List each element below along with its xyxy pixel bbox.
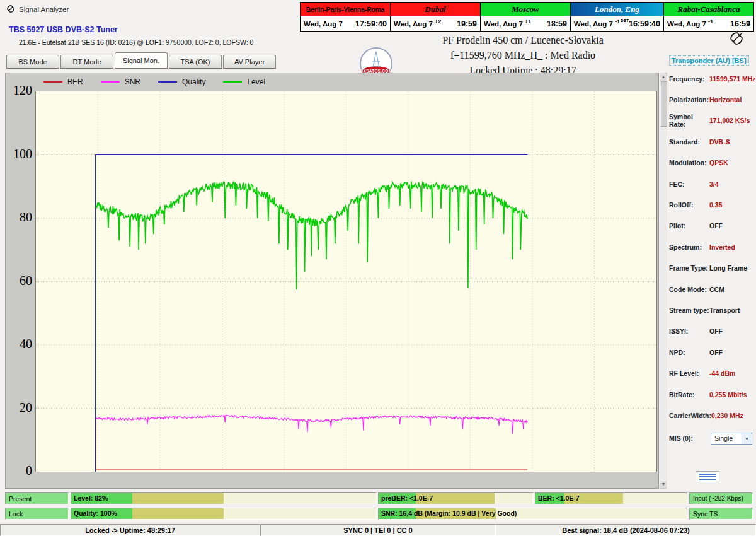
transponder-field-value: Long Frame xyxy=(709,264,747,272)
transponder-field-label: Spectrum: xyxy=(669,243,709,251)
transponder-field-value: DVB-S xyxy=(709,138,730,146)
transponder-field-value: 3/4 xyxy=(709,180,719,188)
tuner-subtitle: 21.6E - Eutelsat 21B SES 16 (ID: 0216) @… xyxy=(19,38,253,46)
legend-label: Level xyxy=(247,78,265,86)
snr-label: SNR: 16,4 dB (Margin: 10,9 dB | Very Goo… xyxy=(381,508,517,519)
legend-item-level: Level xyxy=(223,78,265,86)
input-rate-indicator: Input (~282 Kbps) xyxy=(689,492,753,504)
clock-city-label: Rabat-Casablanca xyxy=(663,2,754,16)
mis-dropdown[interactable]: Single ▼ xyxy=(711,433,752,445)
clock-column: London, EngWed, Aug 7-1DST16:59:40 xyxy=(571,2,664,32)
mis-row: MIS (0): Single ▼ xyxy=(669,433,753,445)
scroll-up-arrow[interactable]: ▲ xyxy=(660,73,667,81)
clock-column: Rabat-CasablancaWed, Aug 7-116:59 xyxy=(664,2,754,32)
scrollbar-thumb[interactable] xyxy=(661,81,667,127)
transponder-field-label: Standard: xyxy=(669,138,709,146)
transponder-row: FEC:3/4 xyxy=(669,173,753,194)
mis-selected-value: Single xyxy=(714,434,733,442)
quality-bar: Quality: 100% xyxy=(71,508,377,520)
chevron-down-icon[interactable]: ▼ xyxy=(742,433,752,444)
transponder-row: RollOff:0.35 xyxy=(669,194,753,215)
y-axis-tick-label: 100 xyxy=(6,147,32,161)
quality-bar-fill-yellow xyxy=(132,508,224,519)
clock-time-value: 16:59:40 xyxy=(629,20,660,28)
transponder-field-value: 171,002 KS/s xyxy=(709,117,750,124)
tab-bs-mode[interactable]: BS Mode xyxy=(6,55,59,69)
clock-datetime: Wed, Aug 7+118:59 xyxy=(480,16,571,32)
present-label: Present xyxy=(9,495,32,503)
clock-time-value: 18:59 xyxy=(547,20,567,28)
transponder-field-label: Pilot: xyxy=(669,222,709,230)
clock-utc-offset: -1 xyxy=(615,18,620,25)
transponder-row: Modulation:QPSK xyxy=(669,153,753,173)
tab-av-player[interactable]: AV Player xyxy=(223,55,276,69)
transponder-field-value: CCM xyxy=(709,286,724,293)
transponder-field-label: Frame Type: xyxy=(669,264,709,272)
satellite-dish-icon xyxy=(6,4,16,16)
mode-tabs: BS ModeDT ModeSignal Mon.TSA (OK)AV Play… xyxy=(6,54,277,69)
sync-ts-label: Sync TS xyxy=(693,510,718,518)
scroll-down-arrow[interactable]: ▼ xyxy=(660,481,667,488)
transponder-field-label: Modulation: xyxy=(669,159,709,166)
transponder-field-value: 0,230 MHz xyxy=(711,412,743,419)
legend-item-ber: BER xyxy=(43,78,83,86)
sync-ts-indicator: Sync TS xyxy=(689,508,753,520)
signal-chart xyxy=(36,91,656,472)
transponder-row: Frame Type:Long Frame xyxy=(669,258,753,279)
transponder-field-value: 11599,571 MHz xyxy=(709,75,756,83)
tab-dt-mode[interactable]: DT Mode xyxy=(60,55,113,69)
table-view-button[interactable] xyxy=(696,471,719,482)
transponder-row: CarrierWidth:0,230 MHz xyxy=(669,405,753,426)
transponder-field-label: FEC: xyxy=(669,180,709,188)
level-bar: Level: 82% xyxy=(71,492,377,504)
legend-item-snr: SNR xyxy=(101,78,140,86)
clock-column: MoscowWed, Aug 7+118:59 xyxy=(481,2,571,32)
transponder-row: ISSYI:OFF xyxy=(669,321,753,342)
quality-label: Quality: 100% xyxy=(74,508,117,519)
statusbar-best-signal: Best signal: 18,4 dB (2024-08-06 07:23) xyxy=(496,524,756,536)
clock-city-label: Dubai xyxy=(390,2,481,16)
clock-date: Wed, Aug 7 xyxy=(394,20,433,28)
transponder-row: Symbol Rate:171,002 KS/s xyxy=(669,110,753,131)
transponder-field-label: NPD: xyxy=(669,349,709,356)
transponder-row: Code Mode:CCM xyxy=(669,279,753,300)
preber-bar: preBER: <1.0E-7 xyxy=(378,492,534,504)
transponder-field-label: RF Level: xyxy=(669,370,709,377)
signal-plot-area xyxy=(35,91,657,472)
chart-vertical-scrollbar[interactable]: ▲ ▼ xyxy=(660,73,667,489)
y-axis-tick-label: 0 xyxy=(6,463,32,478)
clock-time-value: 16:59 xyxy=(730,20,750,28)
y-axis-tick-label: 60 xyxy=(6,274,32,288)
ber-bar: BER: <1.0E-7 xyxy=(535,492,687,504)
transponder-field-label: Code Mode: xyxy=(669,286,709,293)
clock-datetime: Wed, Aug 717:59:40 xyxy=(300,16,391,32)
transponder-field-label: CarrierWidth: xyxy=(669,412,711,419)
clock-date: Wed, Aug 7 xyxy=(304,20,343,28)
legend-label: BER xyxy=(67,78,83,86)
clock-column: DubaiWed, Aug 7+219:59 xyxy=(391,2,481,32)
tab-signal-mon[interactable]: Signal Mon. xyxy=(115,52,168,69)
transponder-row: Frequency:11599,571 MHz xyxy=(669,68,753,89)
clock-datetime: Wed, Aug 7-1DST16:59:40 xyxy=(570,16,664,32)
transponder-field-label: Polarization: xyxy=(669,96,709,103)
ber-line-swatch xyxy=(43,81,62,83)
transponder-field-label: Frequency: xyxy=(669,75,709,83)
clock-date: Wed, Aug 7 xyxy=(667,20,706,28)
transponder-field-label: RollOff: xyxy=(669,201,709,209)
legend-label: Quality xyxy=(182,78,205,86)
y-axis-tick-label: 40 xyxy=(6,337,32,351)
transponder-row: Stream type:Transport xyxy=(669,300,753,320)
tab-tsa-ok[interactable]: TSA (OK) xyxy=(169,55,222,69)
clock-datetime: Wed, Aug 7-116:59 xyxy=(663,16,754,32)
clock-time-value: 17:59:40 xyxy=(355,20,387,28)
frequency-line: f=11599,760 MHz_H_ : Med Radio xyxy=(391,50,655,61)
legend-item-quality: Quality xyxy=(158,78,205,86)
statusbar-sync-text: SYNC 0 | TEI 0 | CC 0 xyxy=(343,527,412,534)
transponder-row: Polarization:Horizontal xyxy=(669,89,753,110)
clock-city-label: Moscow xyxy=(480,2,571,16)
quality-line-swatch xyxy=(158,81,177,83)
mis-label: MIS (0): xyxy=(669,434,709,442)
clock-utc-offset: +1 xyxy=(525,18,531,25)
signal-chart-panel: BER SNR Quality Level 020406080100120 xyxy=(5,73,659,489)
clock-dst-label: DST xyxy=(621,18,629,23)
